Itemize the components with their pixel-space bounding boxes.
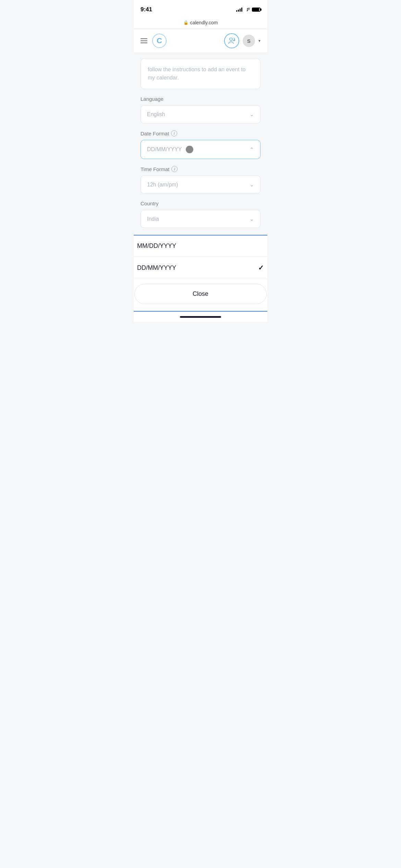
- time-format-select[interactable]: 12h (am/pm) ⌄: [141, 176, 260, 194]
- url-bar: 🔒 calendly.com: [134, 17, 267, 29]
- selected-checkmark-icon: ✓: [258, 264, 264, 272]
- nav-bar: C S ▾: [134, 29, 267, 53]
- user-avatar[interactable]: S: [243, 35, 255, 47]
- country-label: Country: [141, 201, 260, 206]
- language-label: Language: [141, 96, 260, 102]
- nav-right: S ▾: [224, 33, 260, 48]
- date-format-info-icon: i: [171, 130, 177, 136]
- date-format-chevron-up-icon: ⌃: [250, 146, 254, 153]
- svg-point-0: [247, 11, 247, 11]
- add-user-button[interactable]: [224, 33, 239, 48]
- time-format-info-icon: i: [171, 166, 178, 172]
- signal-bars-icon: [236, 8, 242, 12]
- date-format-content: DD/MM/YYYY: [147, 146, 193, 153]
- status-time: 9:41: [141, 6, 152, 13]
- date-format-value: DD/MM/YYYY: [147, 146, 182, 153]
- language-select[interactable]: English ⌄: [141, 105, 260, 123]
- close-button[interactable]: Close: [134, 284, 267, 304]
- nav-left: C: [141, 34, 167, 48]
- close-btn-container: Close: [134, 279, 267, 311]
- status-bar: 9:41: [134, 0, 267, 17]
- date-format-option-dmy[interactable]: DD/MM/YYYY ✓: [134, 257, 267, 279]
- date-format-section: Date Format i DD/MM/YYYY ⌃: [141, 130, 260, 159]
- country-section: Country India ⌄: [141, 201, 260, 228]
- country-chevron-down-icon: ⌄: [250, 216, 254, 222]
- language-section: Language English ⌄: [141, 96, 260, 123]
- calendly-logo: C: [152, 34, 167, 48]
- dot-indicator-icon: [186, 146, 193, 153]
- country-value: India: [147, 216, 159, 222]
- time-format-label: Time Format i: [141, 166, 260, 172]
- date-format-option-mdy[interactable]: MM/DD/YYYY: [134, 236, 267, 257]
- time-format-chevron-down-icon: ⌄: [250, 181, 254, 188]
- country-select[interactable]: India ⌄: [141, 210, 260, 228]
- lock-icon: 🔒: [183, 20, 189, 25]
- text-preview-content: follow the instructions to add an event …: [148, 67, 246, 81]
- date-format-option-dmy-label: DD/MM/YYYY: [137, 264, 176, 272]
- language-value: English: [147, 111, 165, 118]
- time-format-value: 12h (am/pm): [147, 182, 178, 188]
- main-content: follow the instructions to add an event …: [134, 58, 267, 228]
- hamburger-menu-icon[interactable]: [141, 38, 147, 43]
- avatar-dropdown-arrow[interactable]: ▾: [258, 38, 260, 43]
- status-icons: [236, 8, 260, 12]
- text-preview-card: follow the instructions to add an event …: [141, 58, 260, 89]
- url-bar-content: 🔒 calendly.com: [183, 20, 218, 25]
- time-format-section: Time Format i 12h (am/pm) ⌄: [141, 166, 260, 194]
- wifi-icon: [244, 8, 250, 12]
- date-format-option-mdy-label: MM/DD/YYYY: [137, 242, 176, 250]
- date-format-select[interactable]: DD/MM/YYYY ⌃: [141, 140, 260, 159]
- home-indicator: [134, 312, 267, 322]
- date-format-dropdown: MM/DD/YYYY DD/MM/YYYY ✓ Close: [134, 235, 267, 312]
- date-format-label: Date Format i: [141, 130, 260, 136]
- battery-icon: [252, 8, 260, 12]
- home-indicator-bar: [180, 316, 221, 318]
- svg-point-1: [230, 38, 232, 40]
- url-text: calendly.com: [190, 20, 218, 25]
- language-chevron-down-icon: ⌄: [250, 111, 254, 118]
